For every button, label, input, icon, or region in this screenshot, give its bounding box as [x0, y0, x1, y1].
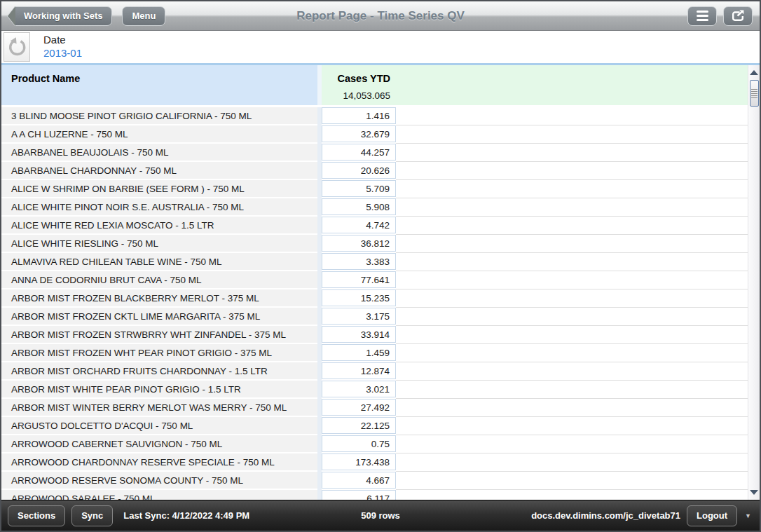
table-row[interactable]: 3 BLIND MOOSE PINOT GRIGIO CALIFORNIA - …	[1, 107, 748, 125]
value-cell[interactable]: 3.021	[322, 381, 396, 397]
table-main: Product Name Cases YTD 14,053.065 3 BLIN…	[1, 65, 748, 500]
product-cell[interactable]: ARGUSTO DOLCETTO D'ACQUI - 750 ML	[1, 417, 317, 434]
table-row[interactable]: ARBOR MIST WHITE PEAR PINOT GRIGIO - 1.5…	[1, 381, 748, 399]
table-row[interactable]: ALICE WHITE RED LEXIA MOSCATO - 1.5 LTR …	[1, 217, 748, 235]
table-row[interactable]: ARROWOOD CABERNET SAUVIGNON - 750 ML 0.7…	[1, 435, 748, 453]
table-row[interactable]: ARGUSTO DOLCETTO D'ACQUI - 750 ML 22.125	[1, 417, 748, 435]
logout-dropdown-caret-icon[interactable]: ▼	[743, 510, 753, 522]
server-address: docs.dev.dimins.com/jc_divetab71	[531, 510, 680, 521]
table-row[interactable]: ABARBANEL CHARDONNAY - 750 ML 20.626	[1, 162, 748, 180]
page-title: Report Page - Time Series QV	[1, 9, 760, 23]
scrollbar-grip-icon	[751, 89, 757, 98]
table-row[interactable]: ARROWOOD SARALEE - 750 ML 6.117	[1, 490, 748, 500]
table-row[interactable]: ARROWOOD RESERVE SONOMA COUNTY - 750 ML …	[1, 472, 748, 490]
value-cell[interactable]: 77.641	[322, 271, 396, 288]
table-row[interactable]: ALICE W SHRIMP ON BARBIE (SEE FORM ) - 7…	[1, 180, 748, 198]
filler-cell	[396, 344, 748, 362]
column-header-cases-ytd[interactable]: Cases YTD 14,053.065	[322, 65, 396, 105]
table-row[interactable]: ANNA DE CODORNIU BRUT CAVA - 750 ML 77.6…	[1, 271, 748, 289]
product-cell[interactable]: ARROWOOD SARALEE - 750 ML	[1, 490, 317, 500]
table-row[interactable]: ARBOR MIST FROZEN STRWBRRY WHT ZINFANDEL…	[1, 326, 748, 344]
product-cell[interactable]: ARROWOOD CABERNET SAUVIGNON - 750 ML	[1, 435, 317, 452]
column-header-product-name[interactable]: Product Name	[1, 65, 317, 105]
product-cell[interactable]: ARROWOOD RESERVE SONOMA COUNTY - 750 ML	[1, 472, 317, 489]
value-cell[interactable]: 32.679	[322, 125, 396, 142]
product-cell[interactable]: ARBOR MIST FROZEN STRWBRRY WHT ZINFANDEL…	[1, 326, 317, 343]
product-cell[interactable]: ALICE W SHRIMP ON BARBIE (SEE FORM ) - 7…	[1, 180, 317, 197]
table-row[interactable]: ARBOR MIST FROZEN WHT PEAR PINOT GRIGIO …	[1, 344, 748, 362]
app-window: Report Page - Time Series QV Working wit…	[0, 0, 761, 532]
product-cell[interactable]: A A CH LUZERNE - 750 ML	[1, 125, 317, 142]
value-cell[interactable]: 4.667	[322, 472, 396, 489]
value-cell[interactable]: 27.492	[322, 399, 396, 416]
scroll-down-arrow-icon[interactable]	[750, 490, 758, 495]
product-cell[interactable]: ALICE WHITE PINOT NOIR S.E. AUSTRALIA - …	[1, 198, 317, 215]
scroll-up-arrow-icon[interactable]	[750, 70, 758, 75]
value-cell[interactable]: 36.812	[322, 235, 396, 252]
cases-ytd-label: Cases YTD	[338, 73, 391, 84]
table-row[interactable]: ALMAVIVA RED CHILEAN TABLE WINE - 750 ML…	[1, 253, 748, 271]
filler-cell	[396, 472, 748, 490]
product-cell[interactable]: ARBOR MIST WINTER BERRY MERLOT WAS MERRY…	[1, 399, 317, 416]
product-cell[interactable]: ABARBANEL BEAUJOLAIS - 750 ML	[1, 144, 317, 161]
product-cell[interactable]: ARBOR MIST FROZEN BLACKBERRY MERLOT - 37…	[1, 289, 317, 306]
menu-button[interactable]: Menu	[122, 6, 165, 26]
table-row[interactable]: ARROWOOD CHARDONNAY RESERVE SPECIALE - 7…	[1, 453, 748, 472]
value-cell[interactable]: 6.117	[322, 490, 396, 500]
list-menu-button[interactable]	[687, 6, 717, 26]
table-row[interactable]: ARBOR MIST ORCHARD FRUITS CHARDONNAY - 1…	[1, 362, 748, 381]
product-cell[interactable]: ANNA DE CODORNIU BRUT CAVA - 750 ML	[1, 271, 317, 288]
sync-button[interactable]: Sync	[71, 505, 113, 526]
table-row[interactable]: ARBOR MIST FROZEN CKTL LIME MARGARITA - …	[1, 308, 748, 326]
filler-cell	[396, 125, 748, 144]
value-cell[interactable]: 44.257	[322, 144, 396, 161]
value-cell[interactable]: 15.235	[322, 289, 396, 306]
value-cell[interactable]: 12.874	[322, 362, 396, 379]
row-count: 509 rows	[361, 510, 400, 521]
product-cell[interactable]: 3 BLIND MOOSE PINOT GRIGIO CALIFORNIA - …	[1, 107, 317, 124]
product-cell[interactable]: ALMAVIVA RED CHILEAN TABLE WINE - 750 ML	[1, 253, 317, 270]
product-cell[interactable]: ALICE WHITE RIESLING - 750 ML	[1, 235, 317, 252]
table-row[interactable]: ALICE WHITE PINOT NOIR S.E. AUSTRALIA - …	[1, 198, 748, 217]
value-cell[interactable]: 3.175	[322, 308, 396, 325]
table-row[interactable]: ARBOR MIST FROZEN BLACKBERRY MERLOT - 37…	[1, 289, 748, 308]
filler-cell	[396, 417, 748, 435]
logout-button[interactable]: Logout	[687, 505, 737, 526]
value-cell[interactable]: 3.383	[322, 253, 396, 270]
refresh-icon	[6, 36, 27, 57]
value-cell[interactable]: 173.438	[322, 453, 396, 470]
back-button-working-with-sets[interactable]: Working with Sets	[14, 6, 112, 26]
value-cell[interactable]: 1.416	[322, 107, 396, 124]
vertical-scrollbar[interactable]	[748, 65, 760, 500]
value-cell[interactable]: 0.75	[322, 435, 396, 452]
value-cell[interactable]: 5.908	[322, 198, 396, 215]
product-cell[interactable]: ABARBANEL CHARDONNAY - 750 ML	[1, 162, 317, 179]
hamburger-icon	[697, 11, 708, 21]
scrollbar-thumb[interactable]	[750, 80, 759, 107]
share-button[interactable]	[723, 6, 753, 26]
value-cell[interactable]: 1.459	[322, 344, 396, 361]
product-cell[interactable]: ALICE WHITE RED LEXIA MOSCATO - 1.5 LTR	[1, 217, 317, 233]
product-cell[interactable]: ARBOR MIST ORCHARD FRUITS CHARDONNAY - 1…	[1, 362, 317, 379]
value-cell[interactable]: 4.742	[322, 217, 396, 233]
value-cell[interactable]: 33.914	[322, 326, 396, 343]
table-row[interactable]: A A CH LUZERNE - 750 ML 32.679	[1, 125, 748, 144]
filler-cell	[396, 326, 748, 344]
product-cell[interactable]: ARROWOOD CHARDONNAY RESERVE SPECIALE - 7…	[1, 453, 317, 470]
table-row[interactable]: ALICE WHITE RIESLING - 750 ML 36.812	[1, 235, 748, 253]
filter-value-link[interactable]: 2013-01	[43, 47, 82, 60]
table-row[interactable]: ABARBANEL BEAUJOLAIS - 750 ML 44.257	[1, 144, 748, 162]
cases-ytd-total: 14,053.065	[343, 90, 390, 101]
reset-filter-button[interactable]	[4, 32, 30, 62]
value-cell[interactable]: 20.626	[322, 162, 396, 179]
table-row[interactable]: ARBOR MIST WINTER BERRY MERLOT WAS MERRY…	[1, 399, 748, 417]
last-sync-status: Last Sync: 4/12/2022 4:49 PM	[123, 510, 249, 521]
bottom-bar: Sections Sync Last Sync: 4/12/2022 4:49 …	[1, 500, 760, 531]
product-cell[interactable]: ARBOR MIST FROZEN WHT PEAR PINOT GRIGIO …	[1, 344, 317, 361]
product-cell[interactable]: ARBOR MIST WHITE PEAR PINOT GRIGIO - 1.5…	[1, 381, 317, 397]
filler-cell	[396, 144, 748, 162]
sections-button[interactable]: Sections	[8, 505, 65, 526]
product-cell[interactable]: ARBOR MIST FROZEN CKTL LIME MARGARITA - …	[1, 308, 317, 325]
value-cell[interactable]: 5.709	[322, 180, 396, 197]
value-cell[interactable]: 22.125	[322, 417, 396, 434]
